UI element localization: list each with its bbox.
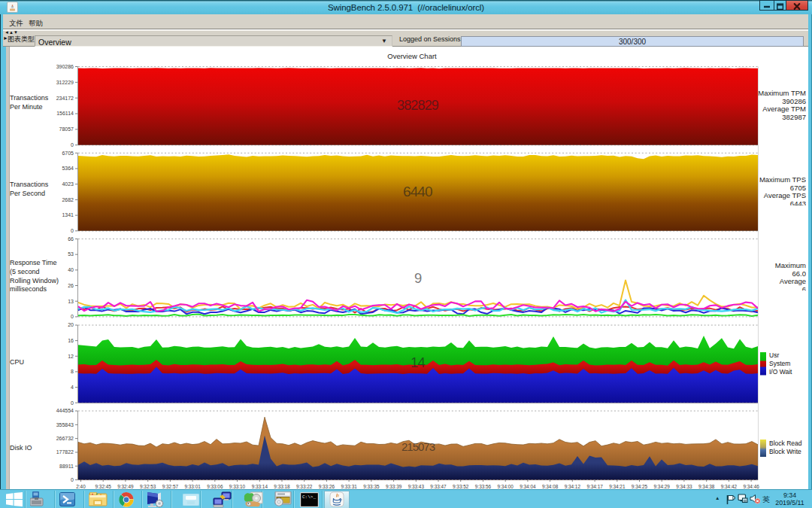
svg-text:12: 12 [68, 354, 74, 359]
svg-text:9:32:45: 9:32:45 [95, 484, 112, 489]
svg-text:66: 66 [68, 236, 74, 242]
svg-text:0: 0 [71, 400, 74, 406]
svg-text:9:33:52: 9:33:52 [453, 484, 469, 489]
svg-text:88911: 88911 [59, 464, 74, 469]
svg-text:9:33:39: 9:33:39 [386, 484, 402, 489]
svg-text:53: 53 [68, 251, 74, 257]
svg-text:6705: 6705 [62, 151, 74, 156]
svg-text:1341: 1341 [62, 212, 74, 217]
svg-text:9:34:29: 9:34:29 [654, 484, 671, 489]
svg-text:444554: 444554 [56, 408, 74, 413]
svg-text:9:34:25: 9:34:25 [632, 484, 648, 489]
svg-text:9:33:43: 9:33:43 [408, 484, 425, 489]
svg-text:9:33:10: 9:33:10 [229, 484, 246, 489]
svg-text:9:33:26: 9:33:26 [319, 484, 335, 489]
svg-text:20: 20 [68, 322, 74, 327]
svg-text:9:34:46: 9:34:46 [743, 484, 759, 489]
svg-text:78057: 78057 [59, 126, 74, 132]
svg-text:9:32:53: 9:32:53 [140, 484, 156, 489]
svg-text:8: 8 [71, 369, 74, 374]
svg-text:0: 0 [71, 314, 74, 319]
svg-text:9:32:49: 9:32:49 [117, 484, 134, 489]
svg-text:5364: 5364 [62, 166, 74, 171]
svg-text:0: 0 [71, 142, 74, 148]
svg-text:40: 40 [68, 267, 74, 272]
svg-text:9:34:42: 9:34:42 [721, 484, 738, 489]
svg-text:9:33:31: 9:33:31 [341, 484, 357, 489]
svg-text:9:33:56: 9:33:56 [475, 484, 492, 489]
svg-text:355843: 355843 [56, 422, 74, 427]
svg-text:9:33:18: 9:33:18 [274, 484, 290, 489]
svg-text:234172: 234172 [56, 96, 74, 101]
svg-text:390286: 390286 [56, 64, 74, 69]
svg-text:9:33:01: 9:33:01 [184, 484, 201, 489]
svg-text:9:33:22: 9:33:22 [296, 484, 313, 489]
svg-text:9:33:35: 9:33:35 [363, 484, 380, 489]
svg-text:9:34:08: 9:34:08 [542, 484, 559, 489]
svg-text:9:34:17: 9:34:17 [586, 484, 603, 489]
svg-text:312229: 312229 [56, 80, 74, 85]
svg-text:9:34:00: 9:34:00 [498, 484, 514, 489]
svg-text:2:40: 2:40 [76, 484, 86, 489]
svg-text:9:34:12: 9:34:12 [565, 484, 581, 489]
svg-text:4: 4 [71, 385, 74, 390]
svg-text:16: 16 [68, 338, 74, 343]
svg-text:266732: 266732 [56, 436, 74, 441]
svg-text:9:34:04: 9:34:04 [520, 484, 536, 489]
svg-text:177822: 177822 [56, 449, 74, 455]
svg-text:0: 0 [71, 477, 74, 482]
svg-text:2682: 2682 [62, 197, 74, 202]
svg-text:9:32:57: 9:32:57 [162, 484, 179, 489]
svg-text:9:33:14: 9:33:14 [252, 484, 268, 489]
svg-text:9:33:06: 9:33:06 [207, 484, 223, 489]
svg-text:9:33:47: 9:33:47 [430, 484, 447, 489]
svg-text:9:34:38: 9:34:38 [698, 484, 715, 489]
svg-text:9:34:21: 9:34:21 [609, 484, 626, 489]
svg-text:156114: 156114 [56, 111, 74, 116]
svg-text:26: 26 [68, 283, 74, 288]
svg-text:4023: 4023 [62, 181, 74, 187]
svg-text:C:\>_: C:\>_ [302, 494, 316, 500]
svg-text:13: 13 [68, 299, 74, 304]
svg-text:9:34:33: 9:34:33 [676, 484, 692, 489]
svg-text:0: 0 [71, 228, 74, 233]
